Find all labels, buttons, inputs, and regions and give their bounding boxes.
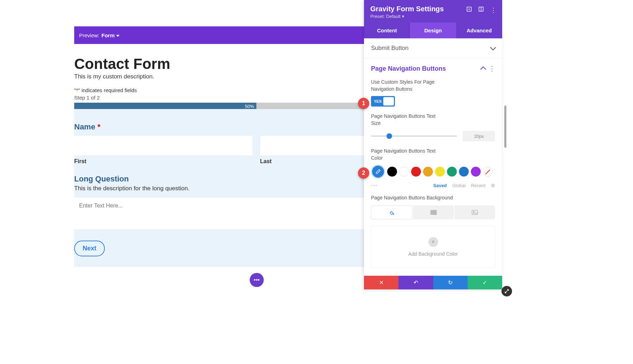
swatch-yellow[interactable]: [435, 167, 445, 177]
chevron-down-icon: [116, 35, 120, 37]
bg-tab-gradient[interactable]: [413, 205, 454, 219]
toggle-knob: [383, 97, 394, 106]
more-options-fab[interactable]: •••: [250, 273, 264, 287]
swatch-none[interactable]: [483, 167, 493, 177]
svg-point-7: [473, 211, 474, 212]
section-submit-button[interactable]: Submit Button: [364, 38, 502, 58]
next-button[interactable]: Next: [74, 241, 105, 256]
section-page-navigation: Page Navigation Buttons Use Custom Style…: [364, 58, 502, 272]
preview-label: Preview:: [79, 32, 100, 38]
text-size-slider[interactable]: [371, 135, 457, 137]
sidebar-body: Submit Button Page Navigation Buttons Us…: [364, 38, 502, 289]
expand-icon[interactable]: [466, 6, 472, 12]
tab-content[interactable]: Content: [364, 23, 410, 38]
preset-label[interactable]: Preset: Default ▾: [370, 14, 496, 19]
palette-more-icon[interactable]: •••: [371, 183, 378, 188]
chevron-down-icon: [490, 45, 496, 51]
tab-advanced[interactable]: Advanced: [456, 23, 502, 38]
annotation-marker-2: 2: [358, 167, 369, 179]
slider-thumb[interactable]: [386, 133, 392, 139]
sidebar-tabs: Content Design Advanced: [364, 23, 502, 38]
first-name-sublabel: First: [74, 158, 252, 165]
chevron-up-icon[interactable]: [480, 66, 486, 72]
annotation-marker-1: 1: [358, 98, 369, 109]
layout-icon[interactable]: [478, 6, 484, 12]
bg-tab-color[interactable]: [371, 205, 413, 219]
palette-saved[interactable]: Saved: [433, 183, 447, 188]
add-background-label: Add Background Color: [408, 251, 458, 257]
redo-button[interactable]: ↻: [433, 276, 468, 289]
swatch-red[interactable]: [411, 167, 421, 177]
svg-rect-5: [430, 210, 437, 215]
swatch-black[interactable]: [387, 167, 397, 177]
text-size-label: Page Navigation Buttons Text Size: [371, 113, 441, 127]
swatch-orange[interactable]: [423, 167, 433, 177]
text-size-value[interactable]: 20px: [463, 131, 495, 141]
bg-tab-image[interactable]: [454, 205, 495, 219]
color-picker-button[interactable]: [371, 165, 385, 179]
progress-fill: 50%: [74, 103, 256, 110]
scrollbar[interactable]: [504, 106, 506, 148]
sidebar-action-bar: ✕ ↶ ↻ ✓: [364, 276, 502, 289]
custom-styles-label: Use Custom Styles For Page Navigation Bu…: [371, 79, 441, 92]
swatch-white[interactable]: [399, 167, 409, 177]
background-label: Page Navigation Buttons Background: [371, 194, 495, 202]
color-swatches: [371, 167, 495, 179]
palette-settings-icon[interactable]: ⚙: [491, 183, 495, 188]
first-name-input[interactable]: [74, 136, 252, 155]
sidebar-title: Gravity Form Settings: [370, 5, 444, 13]
swatch-purple[interactable]: [471, 167, 481, 177]
section-title[interactable]: Page Navigation Buttons: [371, 65, 446, 72]
swatch-blue[interactable]: [459, 167, 469, 177]
text-color-label: Page Navigation Buttons Text Color: [371, 148, 441, 161]
undo-button[interactable]: ↶: [398, 276, 433, 289]
resize-handle[interactable]: [501, 286, 512, 296]
tab-design[interactable]: Design: [410, 23, 456, 38]
custom-styles-toggle[interactable]: YES: [371, 96, 395, 107]
sidebar-header: Gravity Form Settings Preset: Default ▾: [364, 0, 502, 23]
preview-dropdown[interactable]: Form: [102, 32, 120, 38]
svg-point-1: [469, 9, 469, 9]
kebab-menu-icon[interactable]: [489, 65, 495, 72]
background-drop-area: + Add Background Color: [371, 226, 495, 268]
add-background-button[interactable]: +: [428, 237, 438, 247]
kebab-menu-icon[interactable]: [490, 6, 496, 12]
confirm-button[interactable]: ✓: [468, 276, 502, 289]
swatch-green[interactable]: [447, 167, 457, 177]
palette-global[interactable]: Global: [452, 183, 466, 188]
settings-sidebar: Gravity Form Settings Preset: Default ▾ …: [364, 0, 502, 289]
palette-recent[interactable]: Recent: [471, 183, 485, 188]
svg-point-4: [393, 214, 394, 215]
cancel-button[interactable]: ✕: [364, 276, 398, 289]
